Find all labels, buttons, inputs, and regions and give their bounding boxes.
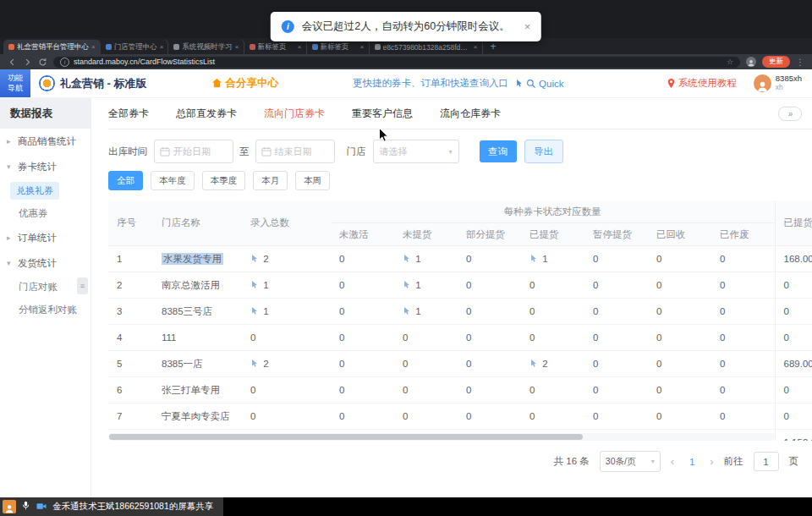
column-header: 已回收 <box>648 223 711 246</box>
browser-update-button[interactable]: 更新 <box>762 56 790 68</box>
table-cell: 0 <box>242 325 331 351</box>
share-center-link[interactable]: 合分享中心 <box>211 76 279 91</box>
table-cell: 0 <box>711 246 775 272</box>
browser-tab[interactable]: 新标签页× <box>244 40 307 54</box>
table-cell[interactable]: 1 <box>394 246 458 272</box>
table-cell: 0 <box>584 351 648 377</box>
next-page-button[interactable]: › <box>710 455 713 468</box>
calendar-icon <box>261 146 272 156</box>
store-select[interactable]: 请选择 ▾ <box>373 140 459 163</box>
search-button[interactable]: 查询 <box>480 140 517 162</box>
filter-bar: 出库时间 开始日期 至 结束日期 门店 请选择 ▾ 查询 导出 <box>108 140 812 163</box>
page-size-select[interactable]: 30条/页 ▾ <box>600 451 661 472</box>
browser-tab[interactable]: 礼盒营销平台管理中心× <box>3 40 101 54</box>
quick-filter-button[interactable]: 本周 <box>295 171 330 190</box>
browser-tab[interactable]: 门店管理中心× <box>101 40 169 54</box>
table-cell[interactable]: 1 <box>242 299 331 325</box>
browser-profile-avatar[interactable] <box>746 57 756 67</box>
tutorial-link[interactable]: 系统使用教程 <box>667 77 737 90</box>
main-content: 全部券卡总部直发券卡流向门店券卡重要客户信息流向仓库券卡 » 出库时间 开始日期… <box>91 98 812 498</box>
page-number[interactable]: 1 <box>684 453 700 470</box>
end-date-input[interactable]: 结束日期 <box>255 140 335 163</box>
sidebar-group[interactable]: ▸订单统计 <box>0 225 91 250</box>
toast-close-icon[interactable]: × <box>524 20 531 33</box>
time-filter-label: 出库时间 <box>108 145 147 158</box>
tab-title: 礼盒营销平台管理中心 <box>17 42 89 52</box>
quick-filter-button[interactable]: 本年度 <box>151 171 195 190</box>
user-menu[interactable]: 8385xh xh <box>754 74 802 92</box>
tab-close-icon[interactable]: × <box>360 43 365 51</box>
table-cell[interactable]: 1 <box>394 299 458 325</box>
tab-close-icon[interactable]: × <box>91 43 96 51</box>
site-info-icon[interactable]: i <box>60 58 69 67</box>
sidebar-item[interactable]: 分销返利对账 <box>0 299 91 321</box>
column-group-header: 每种券卡状态对应数量 <box>331 200 775 223</box>
quick-filter-button[interactable]: 全部 <box>108 171 143 190</box>
total-count: 共 16 条 <box>554 455 590 468</box>
table-cell[interactable]: 2 <box>242 246 331 272</box>
content-tab[interactable]: 重要客户信息 <box>352 107 413 121</box>
table-cell: 0 <box>711 403 775 430</box>
tab-close-icon[interactable]: × <box>160 43 164 51</box>
sidebar-group[interactable]: ▾发货统计 <box>0 250 91 276</box>
sidebar-group[interactable]: ▸商品销售统计 <box>0 129 91 154</box>
pointer-icon <box>515 79 524 88</box>
user-avatar <box>754 74 771 92</box>
sidebar-item[interactable]: 兑换礼券 <box>0 179 91 202</box>
table-cell: 0 <box>458 299 521 325</box>
table-row: 4111000000000 <box>108 325 812 351</box>
table-cell[interactable]: 1 <box>521 246 584 272</box>
tab-close-icon[interactable]: × <box>474 43 478 51</box>
browser-tab[interactable]: e8c573980b1328a258fd2e6fl× <box>370 40 483 54</box>
reload-icon[interactable] <box>38 58 47 67</box>
forward-icon[interactable] <box>23 58 32 67</box>
table-container: 序号门店名称录入总数每种券卡状态对应数量已提货金额未激活未提货部分提货已提货暂停… <box>108 200 812 441</box>
quick-filter-button[interactable]: 本月 <box>253 171 288 190</box>
drag-handle-icon: ≡ <box>80 282 85 290</box>
table-cell[interactable]: 1 <box>242 272 331 299</box>
table-cell: 0 <box>331 377 394 403</box>
table-cell: 0 <box>394 351 458 377</box>
link-cursor-icon <box>250 254 259 263</box>
link-cursor-icon <box>250 359 259 368</box>
table-cell[interactable]: 2 <box>242 351 331 377</box>
quick-search[interactable]: Quick <box>515 79 563 89</box>
address-bar[interactable]: i standard.maboy.cn/CardFlowStatisticsLi… <box>53 57 740 68</box>
sidebar-item[interactable]: 优惠券 <box>0 202 91 225</box>
prev-page-button[interactable]: ‹ <box>671 455 674 468</box>
mouse-cursor <box>378 127 389 143</box>
table-cell[interactable]: 1 <box>394 272 458 299</box>
start-date-input[interactable]: 开始日期 <box>154 140 233 163</box>
back-icon[interactable] <box>8 58 17 67</box>
content-tab[interactable]: 流向仓库券卡 <box>440 107 501 121</box>
user-names: 8385xh xh <box>776 74 802 92</box>
export-button[interactable]: 导出 <box>524 140 563 163</box>
column-header: 门店名称 <box>153 200 242 246</box>
scrollbar-thumb[interactable] <box>109 434 583 440</box>
tab-close-icon[interactable]: × <box>235 43 239 51</box>
link-cursor-icon <box>250 306 259 316</box>
function-nav-button[interactable]: 功能 导航 <box>0 69 30 97</box>
horizontal-scrollbar[interactable] <box>108 433 775 441</box>
bookmark-star-icon[interactable]: ☆ <box>727 58 733 66</box>
content-tab[interactable]: 流向门店券卡 <box>264 107 325 121</box>
browser-menu-icon[interactable]: ⋮ <box>796 58 804 67</box>
browser-tab[interactable]: 系统视频时学习× <box>168 40 244 54</box>
link-cursor-icon <box>529 359 538 368</box>
quick-entry-tip[interactable]: 更快捷的券卡、订单和快递查询入口 <box>353 77 508 90</box>
table-cell: 0 <box>648 246 711 272</box>
tab-close-icon[interactable]: × <box>298 43 302 51</box>
sidebar-group[interactable]: ▾券卡统计 <box>0 154 91 179</box>
browser-tab[interactable]: 新标签页× <box>307 40 370 54</box>
content-tab[interactable]: 全部券卡 <box>108 107 149 121</box>
table-cell[interactable]: 2 <box>521 351 584 377</box>
collapse-panel-button[interactable]: » <box>778 107 802 121</box>
sidebar-drag-handle[interactable]: ≡ <box>77 277 88 294</box>
cell-index: 5 <box>108 351 153 377</box>
new-tab-button[interactable]: + <box>483 41 504 52</box>
quick-filter-button[interactable]: 本季度 <box>202 171 246 190</box>
table-cell: 0 <box>648 351 711 377</box>
table-cell: 0 <box>648 377 711 403</box>
goto-page-input[interactable]: 1 <box>754 452 779 471</box>
content-tab[interactable]: 总部直发券卡 <box>176 107 237 121</box>
